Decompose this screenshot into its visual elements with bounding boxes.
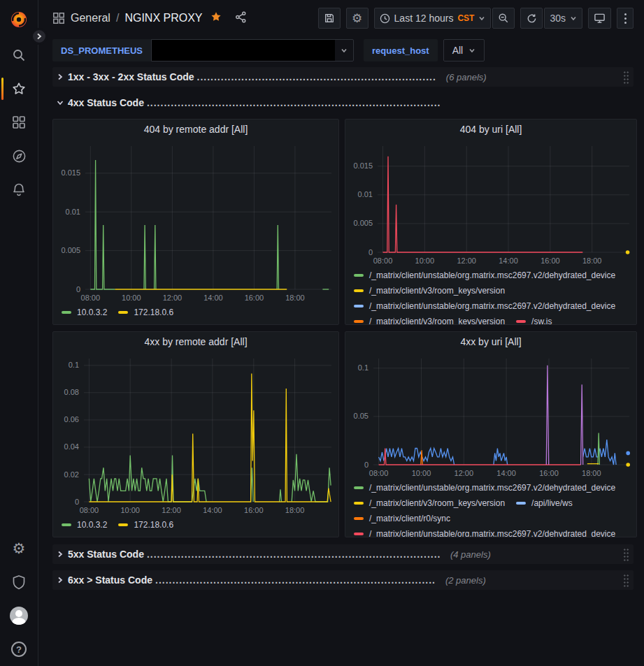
- panel-grid: 404 by remote addr [All] 00.0050.010.015…: [52, 119, 634, 537]
- legend-label: /sw.js: [531, 317, 552, 324]
- svg-text:14:00: 14:00: [499, 256, 518, 265]
- row-drag-handle[interactable]: [623, 574, 629, 587]
- legend-swatch: [354, 533, 364, 535]
- sidebar-item-explore[interactable]: [0, 139, 38, 173]
- datasource-label[interactable]: DS_PROMETHEUS: [52, 39, 151, 61]
- svg-text:10:00: 10:00: [122, 294, 141, 302]
- datasource-select[interactable]: [151, 39, 354, 61]
- chevron-right-icon: [36, 33, 43, 40]
- panel-title[interactable]: 404 by remote addr [All]: [53, 120, 338, 139]
- svg-text:0.1: 0.1: [69, 361, 79, 369]
- sidebar-item-configuration[interactable]: ⚙: [0, 532, 38, 565]
- row-4xx[interactable]: 4xx Status Code ........................…: [52, 93, 634, 113]
- sidebar-item-help[interactable]: ?: [0, 632, 38, 666]
- legend-item[interactable]: /sw.js: [516, 315, 552, 324]
- sidebar-item-server-admin[interactable]: [0, 565, 38, 599]
- legend-label: /_matrix/client/r0/sync: [369, 514, 450, 523]
- panel-4xx-by-remote-addr: 4xx by remote addr [All] 00.020.040.060.…: [52, 331, 339, 537]
- sidebar-item-alerting[interactable]: [0, 173, 38, 206]
- legend-label: 172.18.0.6: [134, 307, 173, 317]
- svg-text:0.02: 0.02: [64, 470, 79, 479]
- sidebar-item-dashboards[interactable]: [0, 106, 38, 139]
- legend-label: /_matrix/client/unstable/org.matrix.msc2…: [369, 529, 615, 537]
- chevron-down-icon: [463, 47, 481, 54]
- legend-swatch: [62, 311, 71, 314]
- legend-label: 10.0.3.2: [77, 520, 107, 530]
- chart-404-by-uri[interactable]: 00.0050.010.01508:0010:0012:0014:0016:00…: [345, 139, 636, 268]
- legend-item[interactable]: 172.18.0.6: [118, 306, 173, 319]
- svg-text:0.01: 0.01: [358, 190, 373, 198]
- legend-label: /_matrix/client/v3/room_keys/version: [369, 498, 505, 508]
- svg-text:0: 0: [364, 461, 368, 469]
- request-host-select[interactable]: All: [443, 39, 485, 61]
- monitor-icon: [594, 13, 606, 24]
- svg-text:12:00: 12:00: [162, 506, 181, 514]
- chart-404-by-remote-addr[interactable]: 00.0050.010.01508:0010:0012:0014:0016:00…: [53, 139, 338, 305]
- kebab-icon: [624, 13, 627, 24]
- panel-404-by-uri: 404 by uri [All] 00.0050.010.01508:0010:…: [345, 119, 637, 325]
- zoom-out-time-button[interactable]: [492, 8, 515, 29]
- legend-swatch: [62, 523, 71, 526]
- save-icon: [324, 13, 335, 24]
- svg-text:16:00: 16:00: [541, 256, 560, 265]
- legend-item[interactable]: /_matrix/client/unstable/org.matrix.msc2…: [354, 482, 615, 494]
- request-host-label[interactable]: request_host: [364, 39, 438, 61]
- svg-text:0.01: 0.01: [66, 208, 80, 216]
- legend-item[interactable]: /_matrix/client/v3/room_keys/version: [354, 284, 505, 297]
- chart-4xx-by-remote-addr[interactable]: 00.020.040.060.080.108:0010:0012:0014:00…: [53, 352, 338, 517]
- legend-swatch: [516, 502, 526, 505]
- panel-title[interactable]: 4xx by uri [All]: [345, 332, 636, 352]
- legend-label: /_matrix/client/unstable/org.matrix.msc2…: [369, 301, 615, 311]
- chevron-down-icon: [52, 99, 68, 106]
- row-drag-handle[interactable]: [623, 71, 629, 84]
- legend-item[interactable]: /_matrix/client/r0/sync: [354, 512, 450, 525]
- sidebar-item-starred[interactable]: [0, 72, 38, 106]
- row-title: 1xx - 3xx - 2xx Status Code: [68, 71, 194, 82]
- legend-item[interactable]: /_matrix/client/unstable/org.matrix.msc2…: [354, 300, 615, 312]
- legend-item[interactable]: /_matrix/client/unstable/org.matrix.msc2…: [354, 269, 615, 282]
- favorite-star-icon[interactable]: [210, 10, 222, 26]
- chart-4xx-by-uri[interactable]: 00.050.108:0010:0012:0014:0016:0018:00: [345, 352, 636, 480]
- breadcrumb-folder[interactable]: General: [71, 12, 110, 24]
- share-icon[interactable]: [235, 11, 247, 26]
- row-5xx[interactable]: 5xx Status Code ........................…: [52, 544, 634, 564]
- legend-item[interactable]: 10.0.3.2: [62, 306, 107, 319]
- more-options-button[interactable]: [617, 8, 634, 29]
- panel-title[interactable]: 404 by uri [All]: [345, 120, 636, 139]
- dashboard-grid-icon: [52, 12, 65, 24]
- svg-text:16:00: 16:00: [539, 469, 559, 477]
- legend-item[interactable]: /_matrix/client/v3/room_keys/version: [354, 315, 505, 324]
- sidebar-item-profile[interactable]: [0, 599, 38, 632]
- sidebar-expand-button[interactable]: [31, 28, 48, 45]
- sidebar-item-search[interactable]: [0, 38, 38, 72]
- tv-mode-button[interactable]: [588, 8, 611, 29]
- time-picker-group: Last 12 hours CST: [374, 8, 515, 29]
- dashboard-settings-button[interactable]: ⚙: [346, 8, 368, 29]
- legend-item[interactable]: /api/live/ws: [516, 497, 573, 509]
- main-area: General / NGINX PROXY ⚙: [38, 0, 644, 666]
- save-dashboard-button[interactable]: [318, 8, 341, 29]
- chart-legend: 10.0.3.2172.18.0.6: [53, 305, 338, 321]
- share-nodes-icon: [235, 11, 247, 23]
- legend-label: 10.0.3.2: [77, 307, 107, 317]
- dashboard-title[interactable]: NGINX PROXY: [124, 12, 202, 24]
- legend-item[interactable]: 172.18.0.6: [118, 519, 173, 531]
- chevron-down-icon: [570, 15, 577, 22]
- row-1xx-3xx-2xx[interactable]: 1xx - 3xx - 2xx Status Code ............…: [52, 67, 634, 87]
- time-range-label: Last 12 hours: [394, 13, 454, 24]
- row-drag-handle[interactable]: [623, 548, 629, 561]
- refresh-button[interactable]: [520, 8, 543, 29]
- row-title-dots: ........................................…: [147, 549, 441, 560]
- refresh-icon: [527, 13, 537, 24]
- panel-404-by-remote-addr: 404 by remote addr [All] 00.0050.010.015…: [52, 119, 339, 325]
- svg-text:12:00: 12:00: [455, 469, 474, 477]
- row-6xx[interactable]: 6xx > Status Code ......................…: [52, 570, 634, 590]
- svg-text:14:00: 14:00: [203, 294, 223, 302]
- legend-item[interactable]: 10.0.3.2: [62, 519, 107, 531]
- panel-title[interactable]: 4xx by remote addr [All]: [53, 332, 338, 352]
- time-range-picker[interactable]: Last 12 hours CST: [374, 8, 492, 29]
- svg-text:08:00: 08:00: [373, 256, 393, 265]
- legend-item[interactable]: /_matrix/client/v3/room_keys/version: [354, 497, 505, 509]
- legend-item[interactable]: /_matrix/client/unstable/org.matrix.msc2…: [354, 528, 615, 537]
- refresh-interval-picker[interactable]: 30s: [544, 8, 582, 29]
